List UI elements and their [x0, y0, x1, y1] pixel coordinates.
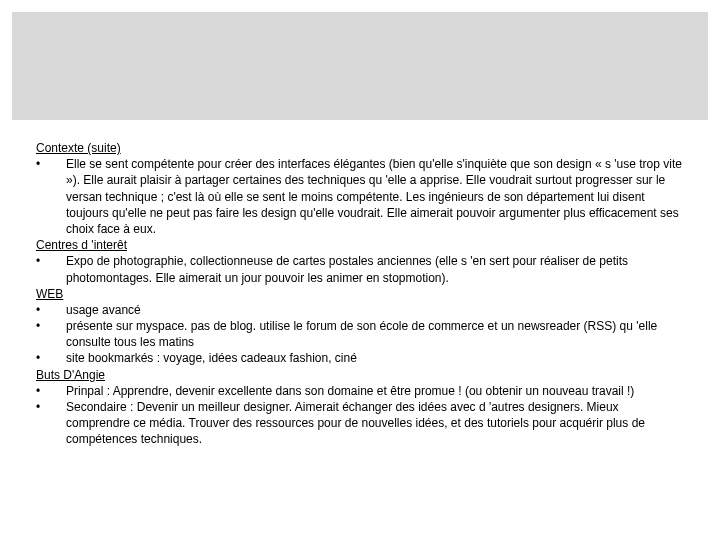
- list-item: • usage avancé: [36, 302, 684, 318]
- section-heading-web: WEB: [36, 286, 684, 302]
- bullet-text: Elle se sent compétente pour créer des i…: [66, 156, 684, 237]
- list-item: • site bookmarkés : voyage, idées cadeau…: [36, 350, 684, 366]
- section-heading-buts: Buts D'Angie: [36, 367, 684, 383]
- bullet-icon: •: [36, 399, 66, 448]
- bullet-text: site bookmarkés : voyage, idées cadeaux …: [66, 350, 684, 366]
- bullet-icon: •: [36, 156, 66, 237]
- bullet-icon: •: [36, 302, 66, 318]
- header-placeholder: [12, 12, 708, 120]
- list-item: • Prinpal : Apprendre, devenir excellent…: [36, 383, 684, 399]
- bullet-icon: •: [36, 253, 66, 285]
- bullet-icon: •: [36, 350, 66, 366]
- bullet-text: usage avancé: [66, 302, 684, 318]
- bullet-text: Expo de photographie, collectionneuse de…: [66, 253, 684, 285]
- bullet-icon: •: [36, 383, 66, 399]
- section-heading-centres: Centres d 'interêt: [36, 237, 684, 253]
- list-item: • présente sur myspace. pas de blog. uti…: [36, 318, 684, 350]
- slide-body: Contexte (suite) • Elle se sent compéten…: [0, 120, 720, 448]
- bullet-text: présente sur myspace. pas de blog. utili…: [66, 318, 684, 350]
- bullet-text: Prinpal : Apprendre, devenir excellente …: [66, 383, 684, 399]
- list-item: • Elle se sent compétente pour créer des…: [36, 156, 684, 237]
- section-heading-contexte: Contexte (suite): [36, 140, 684, 156]
- bullet-icon: •: [36, 318, 66, 350]
- list-item: • Secondaire : Devenir un meilleur desig…: [36, 399, 684, 448]
- bullet-text: Secondaire : Devenir un meilleur designe…: [66, 399, 684, 448]
- list-item: • Expo de photographie, collectionneuse …: [36, 253, 684, 285]
